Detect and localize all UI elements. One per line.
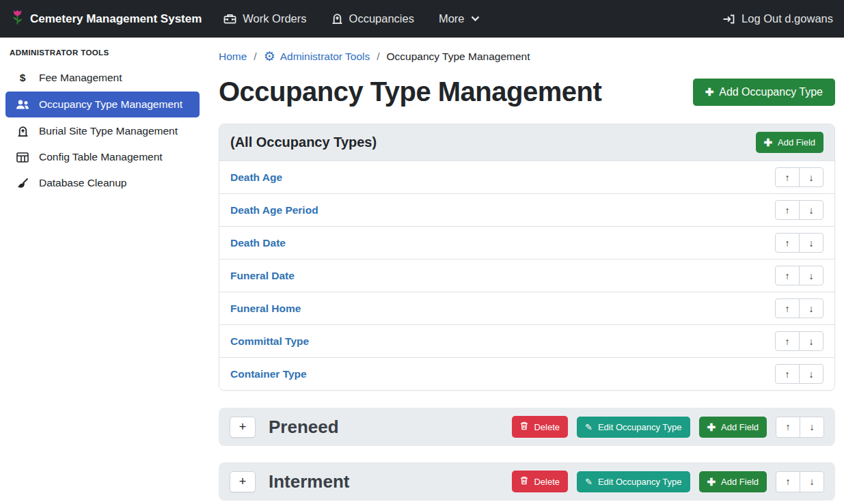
move-up-button[interactable]: ↑ — [775, 167, 800, 187]
reorder-group: ↑ ↓ — [775, 200, 823, 220]
arrow-down-icon: ↓ — [809, 303, 814, 314]
edit-occupancy-type-button[interactable]: ✎ Edit Occupancy Type — [577, 471, 690, 492]
field-link[interactable]: Funeral Home — [230, 303, 301, 315]
move-up-button[interactable]: ↑ — [775, 266, 800, 285]
breadcrumb-separator: / — [377, 51, 379, 63]
arrow-up-icon: ↑ — [785, 238, 790, 249]
arrow-up-icon: ↑ — [785, 303, 790, 314]
nav-work-orders[interactable]: Work Orders — [223, 12, 306, 25]
sidebar-item-fee-management[interactable]: $ Fee Management — [0, 65, 205, 91]
all-occupancy-types-title: (All Occupancy Types) — [230, 135, 377, 150]
section-title: Interment — [269, 471, 349, 492]
field-link[interactable]: Death Age Period — [230, 204, 318, 216]
move-down-button[interactable]: ↓ — [799, 331, 823, 351]
sidebar-item-label: Occupancy Type Management — [39, 98, 182, 111]
arrow-down-icon: ↓ — [809, 336, 814, 347]
reorder-group: ↑ ↓ — [775, 298, 823, 318]
section-preneed: + Preneed Delete ✎ Edit Occupancy Type — [219, 408, 835, 446]
edit-label: Edit Occupancy Type — [598, 422, 682, 432]
sidebar-item-label: Database Cleanup — [39, 177, 126, 189]
reorder-group: ↑ ↓ — [775, 233, 823, 253]
section-title: Preneed — [269, 417, 339, 438]
field-link[interactable]: Committal Type — [230, 335, 309, 348]
nav-work-orders-label: Work Orders — [243, 12, 306, 25]
move-down-button[interactable]: ↓ — [799, 298, 823, 318]
delete-button[interactable]: Delete — [512, 471, 568, 492]
field-link[interactable]: Death Age — [230, 171, 282, 184]
gear-icon: ⚙ — [264, 50, 275, 63]
move-up-button[interactable]: ↑ — [775, 233, 800, 253]
tulip-logo-icon — [11, 8, 24, 29]
section-actions: Delete ✎ Edit Occupancy Type ✚ Add Field… — [512, 471, 824, 492]
sidebar-item-label: Fee Management — [39, 72, 122, 84]
app-brand[interactable]: Cemetery Management System — [11, 8, 202, 29]
arrow-down-icon: ↓ — [809, 369, 814, 380]
page-title: Occupancy Type Management — [219, 76, 601, 107]
expand-button[interactable]: + — [230, 471, 256, 492]
nav-more[interactable]: More — [439, 12, 480, 25]
add-occupancy-type-button[interactable]: ✚ Add Occupancy Type — [693, 79, 835, 106]
broom-icon — [15, 178, 30, 189]
sign-out-icon — [722, 14, 735, 25]
breadcrumb-home-label: Home — [219, 51, 247, 63]
nav-occupancies[interactable]: Occupancies — [331, 12, 414, 25]
move-down-button[interactable]: ↓ — [799, 200, 823, 220]
arrow-down-icon: ↓ — [810, 421, 815, 432]
nav-more-label: More — [439, 12, 465, 25]
move-down-button[interactable]: ↓ — [800, 471, 824, 492]
arrow-up-icon: ↑ — [785, 205, 790, 216]
section-interment: + Interment Delete ✎ Edit Occupancy Type — [219, 462, 835, 501]
headstone-icon — [15, 126, 30, 137]
expand-button[interactable]: + — [230, 417, 256, 438]
field-row-funeral-home: Funeral Home ↑ ↓ — [219, 292, 834, 324]
plus-icon: + — [239, 475, 247, 489]
delete-button[interactable]: Delete — [512, 416, 568, 438]
delete-label: Delete — [534, 422, 560, 432]
toolbox-icon — [223, 13, 236, 25]
move-up-button[interactable]: ↑ — [775, 331, 800, 351]
move-up-button[interactable]: ↑ — [776, 417, 800, 438]
move-up-button[interactable]: ↑ — [775, 298, 800, 318]
breadcrumb-admin-tools-label: Administrator Tools — [280, 51, 370, 63]
plus-icon: ✚ — [707, 422, 716, 432]
move-down-button[interactable]: ↓ — [799, 233, 823, 253]
trash-icon — [520, 476, 528, 487]
add-field-label: Add Field — [778, 137, 815, 148]
field-row-death-age: Death Age ↑ ↓ — [219, 160, 834, 193]
users-icon — [15, 100, 30, 109]
logout-link[interactable]: Log Out d.gowans — [722, 12, 833, 25]
arrow-down-icon: ↓ — [809, 270, 814, 281]
move-up-button[interactable]: ↑ — [776, 471, 800, 492]
move-down-button[interactable]: ↓ — [799, 167, 823, 187]
breadcrumb-home[interactable]: Home — [219, 51, 247, 63]
field-row-funeral-date: Funeral Date ↑ ↓ — [219, 259, 834, 292]
nav-occupancies-label: Occupancies — [349, 12, 414, 25]
add-field-button[interactable]: ✚ Add Field — [699, 417, 767, 438]
field-link[interactable]: Death Date — [230, 237, 286, 249]
add-field-label: Add Field — [721, 477, 759, 487]
add-field-button[interactable]: ✚ Add Field — [756, 132, 824, 153]
field-row-container-type: Container Type ↑ ↓ — [219, 357, 834, 390]
add-field-button[interactable]: ✚ Add Field — [699, 471, 767, 492]
move-down-button[interactable]: ↓ — [799, 364, 823, 384]
field-link[interactable]: Funeral Date — [230, 270, 295, 282]
plus-icon: ✚ — [705, 87, 714, 97]
breadcrumb-admin-tools[interactable]: ⚙ Administrator Tools — [264, 50, 370, 63]
table-icon — [15, 152, 30, 163]
field-row-death-age-period: Death Age Period ↑ ↓ — [219, 193, 834, 226]
move-up-button[interactable]: ↑ — [775, 200, 800, 220]
sidebar-item-config-table-management[interactable]: Config Table Management — [0, 144, 205, 170]
add-field-label: Add Field — [721, 422, 759, 432]
move-up-button[interactable]: ↑ — [775, 364, 800, 384]
breadcrumb: Home / ⚙ Administrator Tools / Occupancy… — [219, 50, 835, 63]
edit-occupancy-type-button[interactable]: ✎ Edit Occupancy Type — [577, 417, 690, 438]
chevron-down-icon — [471, 16, 480, 22]
plus-icon: ✚ — [764, 137, 773, 148]
sidebar-item-burial-site-type-management[interactable]: Burial Site Type Management — [0, 118, 205, 144]
reorder-group: ↑ ↓ — [776, 417, 824, 438]
sidebar-item-database-cleanup[interactable]: Database Cleanup — [0, 170, 205, 196]
move-down-button[interactable]: ↓ — [799, 266, 823, 285]
sidebar-item-occupancy-type-management[interactable]: Occupancy Type Management — [5, 92, 200, 117]
move-down-button[interactable]: ↓ — [800, 417, 824, 438]
field-link[interactable]: Container Type — [230, 368, 307, 380]
